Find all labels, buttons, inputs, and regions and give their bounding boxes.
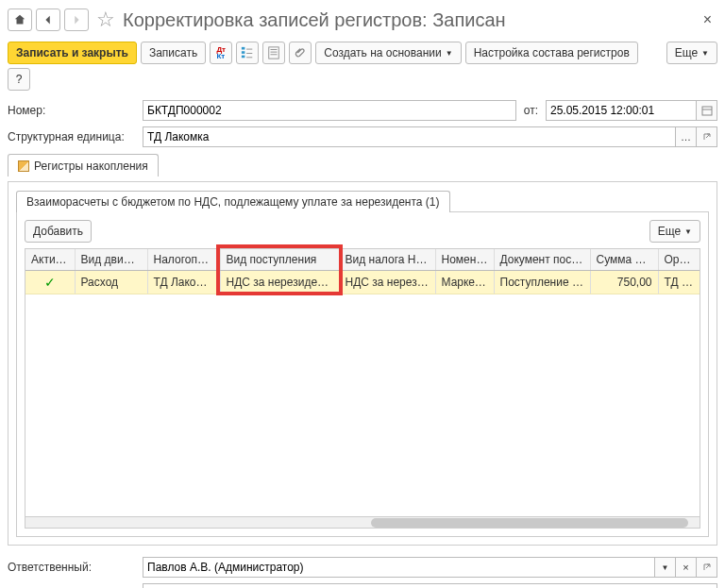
scrollbar-thumb[interactable] [371,518,688,528]
col-active[interactable]: Активн... [25,249,75,271]
kt-icon: Кт [216,53,226,59]
responsible-label: Ответственный: [8,561,135,574]
svg-rect-5 [246,57,252,58]
calendar-icon [701,105,713,116]
cell-payer: ТД Лакомка [147,271,220,294]
caret-down-icon: ▼ [662,563,669,572]
caret-down-icon: ▼ [446,49,453,58]
col-payer[interactable]: Налогоплат... [147,249,220,271]
cell-vat-type: НДС за нерезиде... [339,271,435,294]
col-org[interactable]: Органи [658,249,700,271]
structure-button[interactable] [236,42,259,64]
caret-down-icon: ▼ [701,49,709,58]
more-button[interactable]: Еще▼ [666,42,717,64]
cell-receipt-type: НДС за нерезидента [220,271,339,294]
svg-rect-2 [242,56,245,59]
date-input[interactable] [546,100,697,121]
cell-nomen: Маркети... [435,271,494,294]
horizontal-scrollbar[interactable] [25,516,700,528]
table-more-button[interactable]: Еще▼ [649,220,700,243]
help-button[interactable]: ? [8,68,30,91]
cell-doc: Поступление ТМ... [494,271,590,294]
create-based-button[interactable]: Создать на основании▼ [315,42,461,64]
arrow-left-icon [42,13,55,26]
svg-rect-1 [242,51,245,54]
home-icon [13,13,26,26]
data-table[interactable]: Активн... Вид движен... Налогоплат... Ви… [25,248,700,529]
structural-label: Структурная единица: [8,130,135,143]
sub-panel: Добавить Еще▼ Активн... Вид движен... На… [16,211,709,537]
home-button[interactable] [8,8,32,31]
tab-accumulation-registers[interactable]: Регистры накопления [8,154,159,176]
responsible-open-button[interactable] [697,557,717,578]
open-icon [702,132,712,142]
favorite-icon[interactable]: ☆ [96,8,115,32]
col-sum[interactable]: Сумма НДС [590,249,658,271]
number-input[interactable] [143,100,516,121]
tree-icon [241,46,254,59]
back-button[interactable] [36,8,60,31]
subtab-vat-settlements[interactable]: Взаиморасчеты с бюджетом по НДС, подлежа… [16,191,450,212]
svg-rect-10 [702,107,712,115]
table-empty-area [25,294,700,516]
structural-input[interactable] [143,126,676,147]
svg-rect-4 [246,53,252,54]
doc-lines-icon [267,46,280,59]
clip-icon [294,46,307,59]
structural-open-button[interactable] [697,126,717,147]
registers-setup-button[interactable]: Настройка состава регистров [465,42,638,64]
save-button[interactable]: Записать [141,42,206,64]
caret-down-icon: ▼ [684,227,692,236]
responsible-clear-button[interactable]: × [676,557,697,578]
forward-button [64,8,89,31]
open-icon [702,563,712,572]
number-label: Номер: [8,104,135,117]
svg-rect-3 [246,49,252,50]
col-receipt-type[interactable]: Вид поступления [220,249,339,271]
cell-movement: Расход [75,271,147,294]
register-icon [18,160,29,172]
add-button[interactable]: Добавить [25,220,92,243]
save-close-button[interactable]: Записать и закрыть [8,42,137,64]
col-vat-type[interactable]: Вид налога НДС [339,249,435,271]
comment-input[interactable] [143,583,717,588]
active-check-icon: ✓ [31,275,69,290]
from-label: от: [524,104,538,117]
attachment-button[interactable] [289,42,312,64]
responsible-input[interactable] [143,557,655,578]
svg-rect-0 [242,47,245,50]
page-title: Корректировка записей регистров: Записан [123,9,694,31]
main-panel: Взаиморасчеты с бюджетом по НДС, подлежа… [8,181,717,546]
dtkt-button[interactable]: ДтКт [210,42,232,64]
structural-ellipsis-button[interactable]: … [676,126,697,147]
document-button[interactable] [262,42,285,64]
calendar-button[interactable] [697,100,717,121]
svg-rect-6 [269,47,279,59]
close-button[interactable]: × [698,11,717,28]
arrow-right-icon [70,13,83,26]
cell-org: ТД Лак [658,271,700,294]
cell-sum: 750,00 [590,271,658,294]
col-movement[interactable]: Вид движен... [75,249,147,271]
table-row[interactable]: ✓ Расход ТД Лакомка НДС за нерезидента Н… [25,271,700,294]
responsible-dropdown-button[interactable]: ▼ [655,557,676,578]
col-nomenclature[interactable]: Номенкл... [435,249,494,271]
col-document[interactable]: Документ поступ... [494,249,590,271]
